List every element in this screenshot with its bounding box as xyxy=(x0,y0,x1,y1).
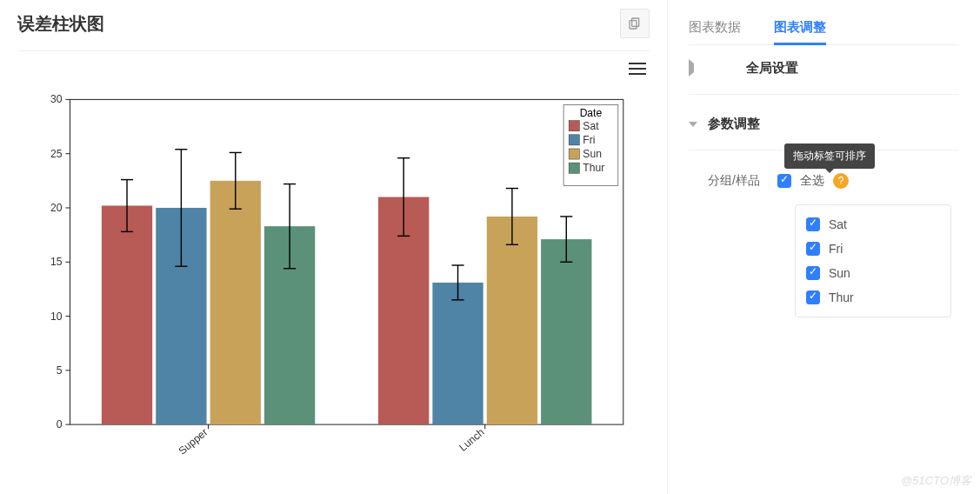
svg-text:0: 0 xyxy=(57,418,63,431)
svg-rect-42 xyxy=(432,283,483,424)
hamburger-icon[interactable] xyxy=(629,62,646,79)
svg-text:Date: Date xyxy=(580,107,603,119)
group-sort-card: SatFriSunThur xyxy=(795,204,951,317)
group-item-label: Fri xyxy=(829,242,843,256)
page-title: 误差柱状图 xyxy=(17,12,104,36)
group-item-label: Sat xyxy=(829,217,847,231)
section-global-toggle[interactable]: 全局设置 xyxy=(689,45,959,90)
svg-text:15: 15 xyxy=(50,256,63,268)
tab-adjust[interactable]: 图表调整 xyxy=(774,9,826,44)
svg-text:Sat: Sat xyxy=(583,120,599,132)
svg-rect-28 xyxy=(210,181,261,424)
section-params-label: 参数调整 xyxy=(708,116,760,132)
svg-text:Thur: Thur xyxy=(583,162,604,174)
group-item-checkbox[interactable] xyxy=(806,242,820,256)
param-group-row: 分组/样品 全选 ? 拖动标签可排序 xyxy=(708,157,959,194)
group-item-label: Thur xyxy=(829,290,854,304)
group-item[interactable]: Sat xyxy=(806,212,940,237)
chevron-down-icon xyxy=(689,122,697,127)
svg-text:25: 25 xyxy=(50,148,63,160)
tab-data[interactable]: 图表数据 xyxy=(689,9,741,44)
svg-rect-64 xyxy=(569,163,579,173)
select-all-label: 全选 xyxy=(800,173,824,189)
group-item-checkbox[interactable] xyxy=(806,266,820,280)
watermark: @51CTO博客 xyxy=(901,473,971,489)
chart-panel: 误差柱状图 051015202530SupperLunchDateSatFriS… xyxy=(0,0,667,494)
svg-text:Supper: Supper xyxy=(177,426,210,457)
help-icon[interactable]: ? xyxy=(833,173,849,189)
svg-rect-20 xyxy=(102,205,152,424)
svg-text:20: 20 xyxy=(50,202,63,214)
svg-text:Fri: Fri xyxy=(583,134,595,146)
group-item[interactable]: Sun xyxy=(806,261,940,285)
chevron-right-icon xyxy=(689,59,736,77)
param-group-label: 分组/样品 xyxy=(708,173,777,189)
section-global-label: 全局设置 xyxy=(746,60,798,77)
svg-rect-58 xyxy=(569,121,579,131)
svg-rect-62 xyxy=(569,149,579,159)
group-item-checkbox[interactable] xyxy=(806,217,820,231)
svg-text:10: 10 xyxy=(50,310,63,323)
svg-rect-0 xyxy=(632,18,639,26)
copy-icon xyxy=(628,17,642,30)
group-item[interactable]: Fri xyxy=(806,237,940,261)
svg-rect-50 xyxy=(541,239,591,424)
svg-rect-5 xyxy=(70,99,623,424)
svg-rect-1 xyxy=(630,21,637,29)
svg-text:5: 5 xyxy=(57,364,63,377)
group-item[interactable]: Thur xyxy=(806,285,940,310)
svg-text:Sun: Sun xyxy=(583,148,602,160)
svg-rect-60 xyxy=(569,135,579,145)
select-all-checkbox[interactable] xyxy=(777,174,791,188)
bar-chart: 051015202530SupperLunchDateSatFriSunThur xyxy=(26,83,641,485)
copy-icon-button[interactable] xyxy=(620,9,650,38)
section-params-toggle[interactable]: 参数调整 xyxy=(689,102,959,146)
tooltip: 拖动标签可排序 xyxy=(784,144,875,169)
settings-panel: 图表数据 图表调整 全局设置 参数调整 分组/样品 全选 ? 拖动标签可排序 xyxy=(667,0,980,494)
chart-area: 051015202530SupperLunchDateSatFriSunThur xyxy=(17,79,650,494)
svg-text:30: 30 xyxy=(50,93,63,105)
group-item-checkbox[interactable] xyxy=(806,290,820,304)
group-item-label: Sun xyxy=(829,266,850,280)
svg-text:Lunch: Lunch xyxy=(457,426,486,454)
svg-rect-46 xyxy=(487,217,537,424)
settings-tabs: 图表数据 图表调整 xyxy=(689,9,959,45)
divider xyxy=(689,94,959,95)
